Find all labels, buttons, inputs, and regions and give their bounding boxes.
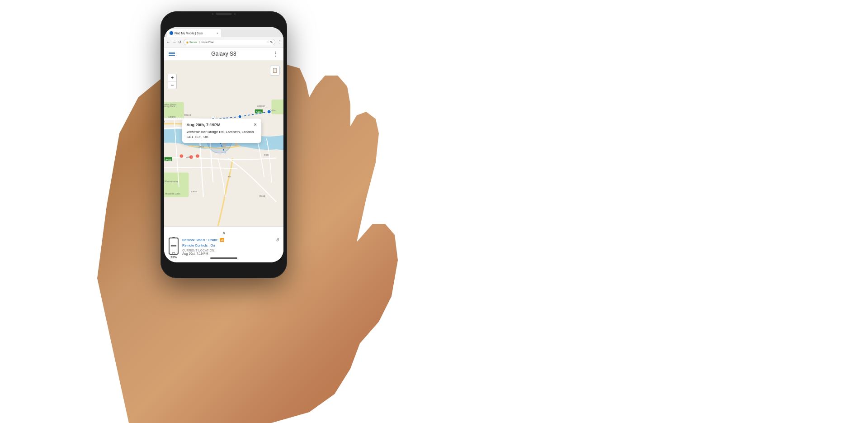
browser-tab-active[interactable]: Find My Mobile | Sam × <box>167 29 221 37</box>
svg-text:B300: B300 <box>264 154 269 156</box>
svg-text:London: London <box>257 105 265 107</box>
svg-point-27 <box>180 154 184 158</box>
svg-text:A3016: A3016 <box>191 190 197 193</box>
svg-point-40 <box>267 110 271 114</box>
zoom-out-button[interactable]: − <box>168 81 176 89</box>
back-button[interactable]: ← <box>166 40 170 44</box>
map-popup: Aug 20th, 7:19PM × Westminster Bridge Rd… <box>182 119 261 143</box>
forward-button[interactable]: → <box>172 40 176 44</box>
zoom-controls: + − <box>168 74 177 89</box>
app-more-button[interactable]: ⋮ <box>273 50 279 57</box>
remote-controls-text: Remote Controls : On <box>182 243 215 247</box>
popup-address-line2: SE1 7EH, UK <box>187 135 208 139</box>
speaker-grille <box>216 13 232 15</box>
status-line-remote: Remote Controls : On <box>182 243 279 247</box>
app-header: Galaxy S8 ⋮ <box>164 48 283 61</box>
screen-line <box>171 245 176 246</box>
popup-close-button[interactable]: × <box>254 122 257 127</box>
hamburger-menu[interactable] <box>169 52 175 56</box>
svg-text:Road: Road <box>259 195 265 197</box>
camera-dot <box>212 13 214 15</box>
popup-address-line1: Westminster Bridge Rd, Lambeth, London <box>187 130 254 134</box>
secure-label: Secure <box>189 41 197 43</box>
map-container[interactable]: Strand A4 A3211 B300 A23 A325 A3016 Road… <box>164 61 283 226</box>
zoom-in-button[interactable]: + <box>168 74 176 81</box>
current-location-label: CURRENT LOCATION: <box>182 249 279 252</box>
refresh-button[interactable]: ↺ <box>275 238 279 242</box>
browser-tab-bar: Find My Mobile | Sam × <box>164 27 283 37</box>
star-icon[interactable]: ☆ <box>266 40 269 44</box>
current-location-time: Aug 20st, 7:19 PM <box>182 252 279 255</box>
address-bar[interactable]: 🔒 Secure | https://finc ☆ ✎ <box>184 39 275 45</box>
phone-hand-container: Find My Mobile | Sam × ← → ↺ 🔒 Secure <box>81 0 398 423</box>
svg-point-25 <box>189 155 193 159</box>
svg-text:Garden Piazza: Garden Piazza <box>164 104 177 106</box>
hamburger-line-1 <box>169 52 175 53</box>
panel-toggle-button[interactable]: ∨ <box>169 230 279 235</box>
panel-info: Network Status : Online 📶 ↺ Remote Contr… <box>182 238 279 255</box>
battery-percentage: 23% <box>170 256 177 259</box>
phone-screen: Find My Mobile | Sam × ← → ↺ 🔒 Secure <box>164 27 283 262</box>
tab-title: Find My Mobile | Sam <box>175 32 215 35</box>
phone-top-camera-area <box>212 13 236 15</box>
browser-nav-bar: ← → ↺ 🔒 Secure | https://finc ☆ ✎ <box>164 37 283 47</box>
browser-more-button[interactable]: ⋮ <box>277 40 281 44</box>
lock-icon: 🔒 <box>186 41 189 43</box>
svg-text:Savoy Place: Savoy Place <box>164 105 175 108</box>
svg-text:A3211: A3211 <box>198 146 204 148</box>
device-icon-container: 23% <box>169 238 179 259</box>
home-bar <box>210 257 237 259</box>
tab-close-button[interactable]: × <box>217 32 218 35</box>
svg-text:Strand: Strand <box>184 114 191 116</box>
svg-point-41 <box>238 115 242 119</box>
device-icon <box>169 238 179 255</box>
svg-point-26 <box>196 154 199 158</box>
hamburger-line-2 <box>169 53 175 54</box>
network-status-text: Network Status : Online <box>182 238 218 242</box>
status-line-network: Network Status : Online 📶 ↺ <box>182 238 279 242</box>
popup-header: Aug 20th, 7:19PM × <box>187 122 257 127</box>
svg-text:Westminster: Westminster <box>165 180 178 183</box>
reload-button[interactable]: ↺ <box>178 40 182 44</box>
svg-text:A400: A400 <box>165 158 171 161</box>
scene: Find My Mobile | Sam × ← → ↺ 🔒 Secure <box>0 0 868 423</box>
app-title: Galaxy S8 <box>211 51 236 57</box>
phone-body: Find My Mobile | Sam × ← → ↺ 🔒 Secure <box>160 11 287 278</box>
bottom-panel: ∨ 23% <box>164 226 283 262</box>
svg-rect-3 <box>271 100 283 114</box>
hamburger-line-3 <box>169 55 175 56</box>
svg-text:House of Lords: House of Lords <box>165 193 180 195</box>
svg-text:A23: A23 <box>228 176 231 178</box>
browser-chrome: Find My Mobile | Sam × ← → ↺ 🔒 Secure <box>164 27 283 48</box>
panel-content: 23% Network Status : Online 📶 ↺ Remote C… <box>169 238 279 259</box>
url-text: https://finc <box>202 41 214 43</box>
tab-favicon <box>170 31 173 35</box>
screen-line-2 <box>171 247 176 247</box>
secure-badge: 🔒 Secure <box>186 41 197 43</box>
svg-text:Strand: Strand <box>168 115 175 118</box>
url-separator: | <box>199 41 199 43</box>
wifi-icon: 📶 <box>220 238 224 242</box>
map-note-button[interactable]: 📋 <box>270 66 280 76</box>
popup-address: Westminster Bridge Rd, Lambeth, London S… <box>187 129 257 139</box>
popup-date: Aug 20th, 7:19PM <box>187 123 221 127</box>
edit-icon[interactable]: ✎ <box>270 40 273 44</box>
sensor-dot <box>234 13 236 15</box>
